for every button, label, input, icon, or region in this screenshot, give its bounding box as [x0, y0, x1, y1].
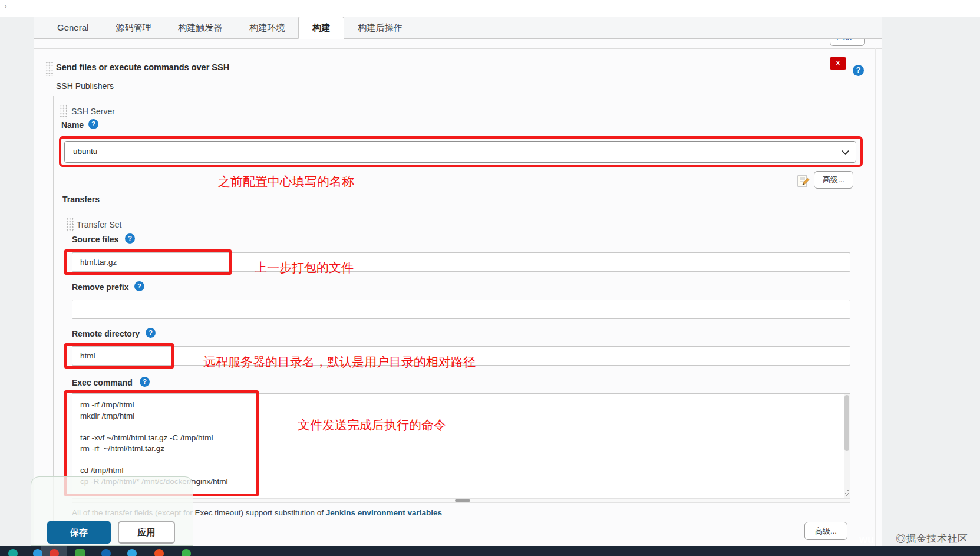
apply-button[interactable]: 应用: [118, 521, 175, 544]
annotation-source-files: 上一步打包的文件: [255, 259, 354, 276]
nested-border-line: [875, 48, 876, 546]
annotation-exec-command: 文件发送完成后执行的命令: [298, 417, 446, 433]
section-divider: [34, 48, 882, 49]
taskbar-icon-3[interactable]: [50, 549, 59, 556]
textarea-scrollbar-thumb[interactable]: [844, 395, 849, 451]
ssh-publishers-label: SSH Publishers: [56, 81, 114, 91]
resize-grip-icon[interactable]: [842, 489, 849, 496]
source-files-label: Source files: [72, 235, 118, 244]
drag-handle-icon[interactable]: [66, 218, 74, 232]
help-icon[interactable]: ?: [88, 119, 98, 129]
taskbar-icon-8[interactable]: [182, 549, 191, 556]
build-step-title: Send files or execute commands over SSH: [56, 62, 229, 72]
tab-build[interactable]: 构建: [298, 17, 344, 39]
transfers-label: Transfers: [62, 195, 100, 204]
help-icon[interactable]: ?: [125, 233, 135, 244]
ssh-server-group-label: SSH Server: [71, 107, 115, 116]
tab-build-triggers[interactable]: 构建触发器: [164, 17, 236, 38]
save-button[interactable]: 保存: [47, 521, 111, 544]
windows-taskbar: [0, 546, 980, 556]
remove-prefix-input[interactable]: [72, 300, 850, 319]
help-icon[interactable]: ?: [146, 328, 156, 338]
name-label: Name: [61, 120, 84, 130]
annotation-remote-directory: 远程服务器的目录名，默认是用户目录的相对路径: [203, 354, 476, 370]
advanced-button-server[interactable]: 高级...: [814, 171, 853, 189]
edit-note-icon[interactable]: [797, 175, 810, 187]
textarea-resize-grip[interactable]: [455, 499, 470, 502]
browser-top-strip: ›: [0, 0, 980, 17]
watermark: ◎掘金技术社区: [896, 532, 968, 545]
tab-build-environment[interactable]: 构建环境: [236, 17, 298, 38]
delete-step-button[interactable]: X: [830, 57, 846, 70]
taskbar-icon-6[interactable]: [127, 549, 137, 556]
exec-command-label: Exec command: [72, 378, 133, 387]
remove-prefix-label: Remove prefix: [72, 282, 128, 292]
source-files-input[interactable]: [72, 252, 850, 272]
tab-post-build[interactable]: 构建后操作: [344, 17, 415, 38]
taskbar-icon-1[interactable]: [8, 549, 18, 556]
ssh-server-name-select[interactable]: ubuntu: [64, 141, 856, 163]
selected-server-name: ubuntu: [73, 147, 97, 156]
annotation-server-name: 之前配置中心填写的名称: [218, 173, 354, 190]
tab-general[interactable]: General: [44, 17, 102, 38]
help-icon[interactable]: ?: [853, 65, 864, 76]
remote-directory-label: Remote directory: [72, 329, 140, 338]
advanced-button-bottom[interactable]: 高级...: [804, 522, 847, 540]
taskbar-icon-2[interactable]: [33, 549, 42, 556]
transfer-set-group-label: Transfer Set: [77, 220, 122, 229]
drag-handle-icon[interactable]: [45, 61, 54, 76]
jenkins-env-variables-link[interactable]: Jenkins environment variables: [326, 508, 442, 517]
taskbar-icon-7[interactable]: [154, 549, 164, 556]
config-tabbar: General 源码管理 构建触发器 构建环境 构建 构建后操作: [34, 17, 882, 39]
taskbar-icon-4[interactable]: [75, 549, 85, 556]
drag-handle-icon[interactable]: [60, 104, 68, 119]
jenkins-config-page: › General 源码管理 构建触发器 构建环境 构建 构建后操作 高级...…: [0, 0, 980, 556]
watermark-partial: wu: [859, 534, 874, 546]
help-icon[interactable]: ?: [134, 281, 144, 291]
taskbar-icon-5[interactable]: [101, 549, 111, 556]
help-icon[interactable]: ?: [140, 377, 150, 387]
chevron-down-icon: [842, 147, 849, 155]
back-chevron-icon[interactable]: ›: [4, 1, 7, 11]
tab-source-management[interactable]: 源码管理: [102, 17, 164, 38]
